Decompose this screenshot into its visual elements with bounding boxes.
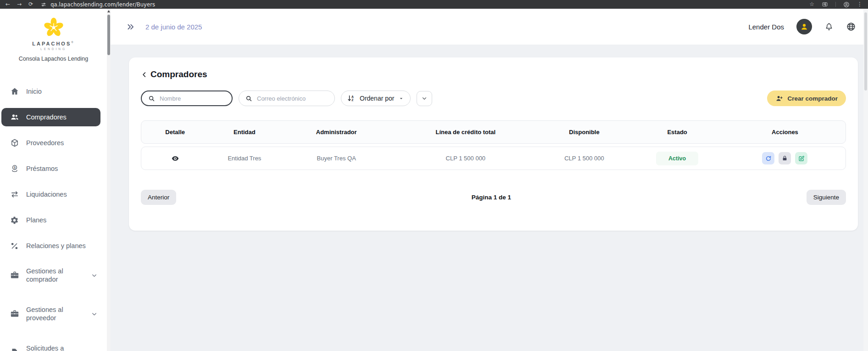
logo-block: LAPACHOS® LENDING Consola Lapachos Lendi…	[0, 9, 107, 74]
cell-administrador: Buyer Tres QA	[280, 155, 393, 162]
sidebar-item-gestiones-al-comprador[interactable]: Gestiones al comprador	[1, 262, 100, 288]
edit-pencil-icon	[798, 155, 805, 162]
svg-text:Z: Z	[351, 98, 353, 102]
cube-icon	[10, 138, 19, 147]
svg-text:A: A	[351, 95, 354, 98]
brand-subtitle: LENDING	[0, 47, 107, 51]
name-search-input[interactable]	[159, 95, 218, 102]
sidebar-item-label: Solicitudes a completar	[26, 344, 80, 351]
page-scrollbar[interactable]	[863, 9, 868, 351]
sidebar-item-label: Planes	[26, 216, 46, 224]
column-header-linea-credito: Línea de crédito total	[393, 129, 539, 136]
cell-estado: Activo	[630, 152, 724, 165]
more-filters-button[interactable]	[417, 91, 432, 106]
browser-forward-icon[interactable]: →	[17, 0, 22, 9]
table-header-row: Detalle Entidad Administrador Línea de c…	[141, 120, 846, 144]
email-search-input[interactable]	[256, 95, 316, 102]
top-header: 2 de junio de 2025 Lender Dos	[111, 9, 863, 45]
sidebar-item-label: Préstamos	[26, 164, 58, 173]
sidebar-item-label: Liquidaciones	[26, 190, 67, 198]
browser-profile-icon[interactable]	[843, 1, 850, 8]
person-plus-icon	[775, 95, 783, 102]
brand-name: LAPACHOS®	[0, 41, 107, 46]
bookmark-star-icon[interactable]: ☆	[809, 0, 814, 9]
sidebar-item-compradores[interactable]: Compradores	[1, 108, 100, 126]
email-search-field[interactable]	[239, 91, 335, 106]
gear-icon	[10, 216, 19, 225]
sidebar-item-proveedores[interactable]: Proveedores	[1, 134, 100, 152]
scroll-up-arrow-icon[interactable]	[107, 10, 110, 12]
coin-icon: $	[10, 164, 19, 173]
chevron-down-icon[interactable]	[91, 311, 98, 317]
cell-linea-credito-total: CLP 1 500 000	[393, 155, 539, 162]
side-panel-icon[interactable]	[822, 1, 828, 7]
column-header-disponible: Disponible	[539, 129, 630, 136]
language-globe-icon[interactable]	[846, 22, 856, 32]
name-search-field[interactable]	[141, 91, 233, 106]
pagination: Anterior Página 1 de 1 Siguiente	[141, 190, 846, 205]
sidebar-scrollbar-thumb[interactable]	[107, 15, 110, 55]
cell-disponible: CLP 1 500 000	[539, 155, 630, 162]
chevron-down-icon[interactable]	[91, 349, 98, 351]
sidebar-item-prestamos[interactable]: $ Préstamos	[1, 159, 100, 178]
page-title: Compradores	[150, 69, 207, 79]
address-bar[interactable]: qa.lapachoslending.com/lender/Buyers	[40, 1, 155, 8]
current-date: 2 de junio de 2025	[145, 23, 202, 31]
user-name: Lender Dos	[748, 23, 784, 31]
browser-menu-icon[interactable]: ⋮	[857, 0, 862, 9]
search-icon	[148, 95, 155, 102]
lock-buyer-button[interactable]	[779, 152, 791, 164]
create-buyer-button[interactable]: Crear comprador	[767, 91, 846, 106]
chevron-down-icon[interactable]	[91, 272, 98, 279]
registered-mark: ®	[71, 41, 74, 44]
previous-page-button[interactable]: Anterior	[141, 190, 176, 205]
browser-back-icon[interactable]: ←	[6, 0, 10, 9]
view-detail-button[interactable]	[141, 154, 209, 163]
chrome-divider	[835, 2, 836, 7]
notifications-bell-icon[interactable]	[824, 22, 834, 32]
swap-arrows-icon	[10, 190, 19, 199]
url-text[interactable]: qa.lapachoslending.com/lender/Buyers	[50, 1, 155, 8]
table-row: Entidad Tres Buyer Tres QA CLP 1 500 000…	[141, 147, 846, 170]
column-header-estado: Estado	[630, 129, 724, 136]
sidebar-scrollbar[interactable]	[107, 9, 111, 351]
sidebar: LAPACHOS® LENDING Consola Lapachos Lendi…	[0, 9, 107, 351]
column-header-detalle: Detalle	[141, 129, 209, 136]
column-header-entidad: Entidad	[209, 129, 280, 136]
avatar[interactable]	[796, 19, 812, 34]
edit-buyer-button[interactable]	[795, 152, 807, 164]
sidebar-item-label: Proveedores	[26, 139, 64, 147]
refresh-credit-button[interactable]	[762, 152, 774, 164]
sidebar-item-liquidaciones[interactable]: Liquidaciones	[1, 185, 100, 204]
sidebar-item-planes[interactable]: Planes	[1, 211, 100, 229]
search-icon	[245, 95, 252, 102]
browser-reload-icon[interactable]: ⟳	[28, 0, 33, 9]
next-page-button[interactable]: Siguiente	[807, 190, 846, 205]
briefcase-icon	[10, 309, 19, 318]
sidebar-item-gestiones-al-proveedor[interactable]: Gestiones al proveedor	[1, 301, 100, 327]
percent-icon	[10, 242, 19, 250]
document-check-icon	[10, 348, 19, 351]
people-icon	[10, 113, 19, 122]
column-header-acciones: Acciones	[724, 129, 846, 136]
sort-by-label: Ordenar por	[360, 95, 394, 102]
lapachos-flower-logo	[42, 16, 65, 39]
double-chevron-right-icon[interactable]	[126, 23, 135, 31]
eye-icon	[171, 154, 179, 163]
site-settings-icon[interactable]	[40, 1, 47, 8]
page-scrollbar-thumb[interactable]	[864, 12, 867, 91]
sort-by-dropdown[interactable]: A Z Ordenar por	[341, 91, 411, 106]
sidebar-item-label: Inicio	[26, 87, 42, 96]
console-label: Consola Lapachos Lending	[0, 56, 107, 62]
sidebar-item-label: Compradores	[26, 113, 67, 121]
sidebar-item-relaciones-y-planes[interactable]: Relaciones y planes	[1, 237, 100, 255]
sidebar-item-label: Relaciones y planes	[26, 242, 86, 250]
sidebar-item-solicitudes-a-completar[interactable]: Solicitudes a completar	[1, 340, 100, 351]
sort-az-icon: A Z	[347, 94, 355, 102]
svg-text:$: $	[14, 166, 16, 170]
back-chevron-icon[interactable]	[141, 71, 148, 78]
browser-chrome: ← → ⟳ qa.lapachoslending.com/lender/Buye…	[0, 0, 868, 9]
lock-icon	[782, 155, 788, 161]
page-info: Página 1 de 1	[176, 194, 806, 201]
sidebar-item-inicio[interactable]: Inicio	[1, 82, 100, 101]
